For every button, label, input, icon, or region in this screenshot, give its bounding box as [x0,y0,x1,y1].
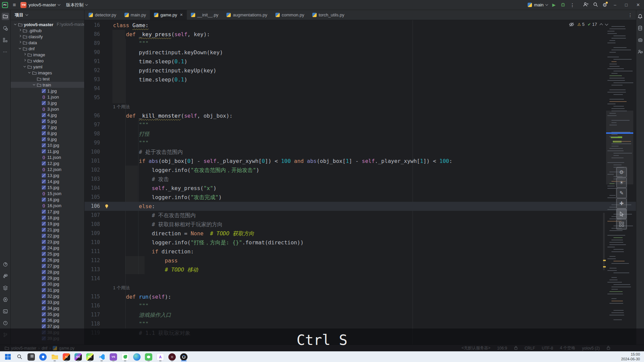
tree-item-34.jpg[interactable]: 34.jpg [11,305,84,311]
code-line-107[interactable]: 107 # 不在攻击范围内 [85,211,636,220]
tab-torch_utils.py[interactable]: torch_utils.py [308,10,348,20]
taskbar-app-green-app[interactable] [121,352,129,362]
code-line-104[interactable]: 104 self._key_press("x") [85,184,636,193]
debug-button[interactable] [560,2,566,8]
inspection-widget[interactable]: ⚠ 5 ✔ 17 [569,22,608,27]
line-number[interactable]: 96 [85,111,100,120]
line-number[interactable]: 97 [85,120,100,129]
tree-chevron-icon[interactable] [18,36,21,37]
line-number[interactable]: 105 [85,193,100,202]
annotation-cursor-button[interactable] [616,209,627,219]
code-line-108[interactable]: 108 # 获取目标相对于玩家的方向 [85,220,636,229]
tree-item-14.jpg[interactable]: 14.jpg [11,178,84,184]
code-line-117[interactable]: 117 游戏操作入口 [85,310,636,319]
code-line-92[interactable]: 92 pydirectinput.keyUp(key) [85,66,636,75]
code-line-86[interactable]: 86 def _key_press(self, key): [85,30,636,39]
taskbar-app-goland[interactable]: GO [74,352,83,362]
ai-assistant-tool-button[interactable] [637,36,644,44]
line-number[interactable]: 95 [85,93,100,102]
next-problem-icon[interactable] [605,22,608,26]
taskbar-app-explorer[interactable] [50,352,59,362]
code-line-95[interactable]: 95 [85,93,636,102]
tree-chevron-icon[interactable] [23,54,26,55]
code-line-102[interactable]: 102 logger.info("在攻击范围内，开始攻击") [85,166,636,175]
minimize-button[interactable]: – [612,2,618,7]
taskbar-app-search[interactable] [15,352,24,362]
taskbar-app-obs[interactable] [179,352,188,362]
taskbar-app-edge[interactable] [132,352,141,362]
code-line-90[interactable]: 90 pydirectinput.keyDown(key) [85,48,636,57]
scrollbar-warning-mark[interactable] [603,266,606,267]
usage-inlay-hint[interactable]: 1 个用法 [85,102,636,111]
line-number[interactable]: 16 [85,21,100,30]
profiler-tool-button[interactable] [2,261,9,268]
tree-item-3.jpg[interactable]: 3.jpg [11,100,84,106]
line-number[interactable]: 98 [85,129,100,138]
tree-item-1.json[interactable]: {}1.json [11,94,84,100]
tree-item-5.jpg[interactable]: 5.jpg [11,118,84,124]
tab-augmentations.py[interactable]: augmentations.py [222,10,271,20]
taskbar-app-pycharm[interactable]: PC [86,352,94,362]
usage-inlay-hint[interactable]: 1 个用法 [85,283,636,292]
project-widget[interactable]: YM yolov5-master [20,2,60,8]
code-line-99[interactable]: 99 """ [85,138,636,147]
terminal-tool-button[interactable] [2,308,9,315]
tree-chevron-icon[interactable] [23,60,26,61]
line-number[interactable]: 104 [85,184,100,193]
line-number[interactable]: 118 [85,319,100,328]
line-number[interactable]: 110 [85,238,100,247]
code-line-103[interactable]: 103 # 攻击 [85,175,636,184]
line-number[interactable]: 106 [85,202,100,211]
tree-item-18.jpg[interactable]: 18.jpg [11,215,84,221]
line-number[interactable]: 103 [85,175,100,184]
line-number[interactable]: 86 [85,30,100,39]
tree-item-13.jpg[interactable]: 13.jpg [11,172,84,178]
tree-item-16.jpg[interactable]: 16.jpg [11,196,84,202]
more-actions-icon[interactable]: ⋮ [570,2,575,8]
line-number[interactable]: 108 [85,220,100,229]
code-line-113[interactable]: 113 # TODO 移动 [85,265,636,274]
line-number[interactable]: 117 [85,310,100,319]
tree-item-33.jpg[interactable]: 33.jpg [11,299,84,305]
annotation-add-button[interactable]: ✚ [616,198,627,208]
code-line-94[interactable]: 94 [85,84,636,93]
code-line-115[interactable]: 115 def run(self): [85,292,636,301]
maximize-button[interactable]: □ [623,2,630,7]
tree-item-dnf[interactable]: dnf [11,46,84,52]
tree-item-19.jpg[interactable]: 19.jpg [11,221,84,227]
search-everywhere-button[interactable] [593,2,598,8]
line-number[interactable]: 109 [85,229,100,238]
tab-detector.py[interactable]: detector.py [85,10,120,20]
taskbar-clock[interactable]: 15:00 2024-06-30 [621,352,644,362]
tree-item-23.jpg[interactable]: 23.jpg [11,239,84,245]
annotation-brightness-button[interactable]: ☀ [616,178,627,188]
code-line-97[interactable]: 97 """ [85,120,636,129]
run-button[interactable]: ▶ [552,2,556,7]
line-number[interactable]: 111 [85,247,100,256]
code-line-116[interactable]: 116 """ [85,301,636,310]
tree-item-15.jpg[interactable]: 15.jpg [11,184,84,190]
tree-item-yolov5-master[interactable]: yolov5-masterF:\yolov5-master [11,21,84,27]
tree-chevron-icon[interactable] [18,30,21,31]
tree-item-3.json[interactable]: {}3.json [11,106,84,112]
problems-tool-button[interactable] [2,319,9,327]
annotation-pen-button[interactable]: ✎ [616,188,627,198]
taskbar-app-visualstudio[interactable]: VS [109,352,118,362]
tree-item-22.jpg[interactable]: 22.jpg [11,233,84,239]
line-number[interactable]: 100 [85,147,100,157]
project-panel-header[interactable]: 项目 [11,10,84,20]
tree-item-35.jpg[interactable]: 35.jpg [11,311,84,317]
chat-tool-button[interactable] [637,48,644,55]
warnings-count[interactable]: ⚠ 5 [577,22,585,27]
taskbar-app-intellij[interactable]: IJ [62,352,71,362]
code-line-101[interactable]: 101 if abs(obj_box[0] - self._player_xyw… [85,157,636,166]
main-menu-icon[interactable]: ≡ [11,2,17,8]
line-number[interactable]: 94 [85,84,100,93]
prev-problem-icon[interactable] [600,23,603,27]
tree-chevron-icon[interactable] [32,84,36,85]
intention-bulb-icon[interactable] [105,204,109,208]
taskbar-app-pin-app[interactable] [39,352,47,362]
tree-item-17.jpg[interactable]: 17.jpg [11,208,84,215]
line-number[interactable]: 112 [85,256,100,265]
code-line-16[interactable]: 16class Game: [85,21,636,30]
